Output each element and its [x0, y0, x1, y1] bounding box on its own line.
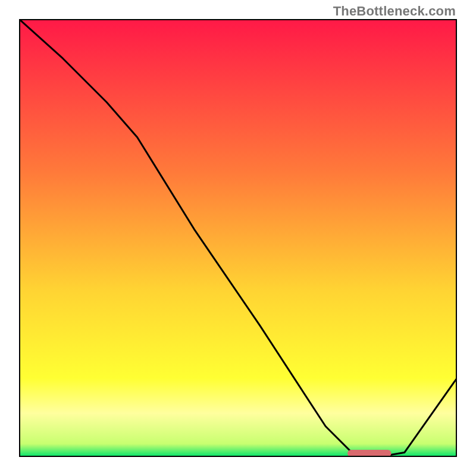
- watermark-label: TheBottleneck.com: [333, 4, 456, 19]
- gradient-field: [19, 19, 457, 457]
- plot-svg: [19, 19, 457, 457]
- plot-area: [19, 19, 457, 457]
- chart-frame: { "watermark": "TheBottleneck.com", "col…: [0, 0, 476, 476]
